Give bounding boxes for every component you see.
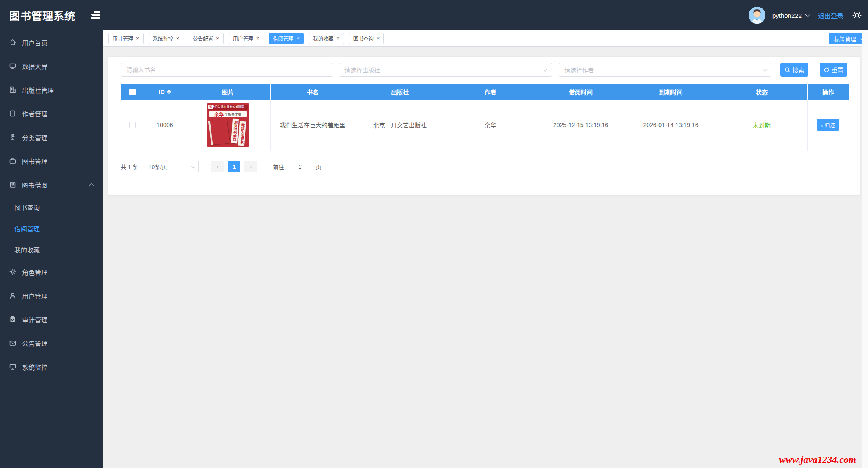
- sidebar: 用户首页 数据大屏 出版社管理 作者管理 分类管理 图书管理 图: [0, 30, 103, 468]
- close-icon[interactable]: ×: [136, 36, 139, 41]
- tab-bar: 审计管理 × 系统监控 × 公告配置 × 用户管理 × 借阅管理 × 我的收藏 …: [103, 30, 868, 47]
- tab-user-mgmt[interactable]: 用户管理 ×: [229, 33, 264, 44]
- content-card: 请选择出版社 请选择作者 搜索 重置: [108, 57, 860, 195]
- watermark-text: www.java1234.com: [779, 454, 856, 465]
- scrollbar-track[interactable]: [862, 30, 868, 468]
- user-icon: [8, 291, 17, 300]
- prev-page-button[interactable]: ‹: [211, 161, 224, 172]
- cell-due-time: 2026-01-14 13:19:16: [626, 100, 716, 151]
- tab-book-query[interactable]: 图书查询 ×: [349, 33, 384, 44]
- publisher-select[interactable]: 请选择出版社: [339, 63, 552, 77]
- cover-author-text: 余华: [214, 111, 224, 117]
- sidebar-item-label: 系统监控: [22, 363, 47, 371]
- sidebar-item-role-mgmt[interactable]: 角色管理: [0, 260, 103, 284]
- total-count-label: 共 1 条: [121, 163, 138, 171]
- search-button[interactable]: 搜索: [780, 63, 808, 77]
- cell-id: 10006: [144, 100, 186, 151]
- header-status: 状态: [716, 84, 807, 100]
- suitcase-icon: [8, 157, 17, 165]
- sidebar-item-label: 出版社管理: [22, 86, 54, 94]
- collapse-menu-icon[interactable]: [91, 11, 100, 19]
- header-id[interactable]: ID: [144, 84, 186, 100]
- main-area: 审计管理 × 系统监控 × 公告配置 × 用户管理 × 借阅管理 × 我的收藏 …: [103, 30, 868, 468]
- cover-logo: 当: [208, 105, 213, 109]
- sidebar-item-book-mgmt[interactable]: 图书管理: [0, 149, 103, 173]
- goto-page-input[interactable]: [288, 161, 311, 172]
- sidebar-subitem-book-query[interactable]: 图书查询: [0, 197, 103, 218]
- sidebar-item-user-home[interactable]: 用户首页: [0, 30, 103, 54]
- tab-label: 图书查询: [353, 35, 374, 42]
- sidebar-item-audit-mgmt[interactable]: 审计管理: [0, 307, 103, 331]
- user-menu[interactable]: python222: [772, 12, 809, 19]
- cell-actions: ‹ 归还: [807, 100, 849, 151]
- return-button[interactable]: ‹ 归还: [817, 119, 839, 131]
- chevron-down-icon: [543, 67, 547, 72]
- tab-label: 系统监控: [153, 35, 173, 42]
- sort-icon[interactable]: [167, 89, 171, 95]
- sidebar-item-label: 分类管理: [22, 133, 47, 142]
- goto-label: 前往: [273, 163, 284, 171]
- settings-gear-icon[interactable]: [852, 10, 862, 20]
- search-button-label: 搜索: [793, 66, 804, 74]
- close-icon[interactable]: ×: [336, 36, 340, 41]
- publisher-select-placeholder: 请选择出版社: [344, 66, 380, 74]
- header-publisher: 出版社: [355, 84, 445, 100]
- header-due-time: 到期时间: [626, 84, 716, 100]
- sidebar-subitem-borrow-mgmt[interactable]: 借阅管理: [0, 218, 103, 239]
- tab-system-monitor[interactable]: 系统监控 ×: [149, 33, 184, 44]
- row-checkbox[interactable]: [129, 122, 136, 128]
- tab-borrow-mgmt[interactable]: 借阅管理 ×: [269, 33, 304, 44]
- avatar[interactable]: [749, 7, 765, 24]
- tab-label: 我的收藏: [313, 35, 333, 42]
- envelope-icon: [8, 339, 17, 347]
- tab-audit-mgmt[interactable]: 审计管理 ×: [108, 33, 144, 44]
- sidebar-item-publisher-mgmt[interactable]: 出版社管理: [0, 78, 103, 102]
- cell-borrow-time: 2025-12-15 13:19:16: [536, 100, 626, 151]
- page-size-label: 10条/页: [148, 163, 167, 171]
- sidebar-item-data-screen[interactable]: 数据大屏: [0, 54, 103, 78]
- header-borrow-time: 借阅时间: [536, 84, 626, 100]
- sidebar-item-notice-mgmt[interactable]: 公告管理: [0, 331, 103, 355]
- table-header-row: ID 图片 书名 出版社 作者 借阅时间 到期时间 状态 操作: [121, 84, 849, 100]
- close-icon[interactable]: ×: [296, 36, 300, 41]
- select-all-checkbox[interactable]: [129, 89, 136, 95]
- close-icon[interactable]: ×: [256, 36, 260, 41]
- sidebar-subitem-my-favorites[interactable]: 我的收藏: [0, 239, 103, 260]
- sidebar-item-system-monitor[interactable]: 系统监控: [0, 355, 103, 379]
- tab-my-favorites[interactable]: 我的收藏 ×: [309, 33, 344, 44]
- sidebar-item-category-mgmt[interactable]: 分类管理: [0, 125, 103, 149]
- refresh-icon: [824, 67, 829, 73]
- book-borrow-icon: [8, 180, 17, 189]
- reset-button-label: 重置: [832, 66, 843, 74]
- close-icon[interactable]: ×: [176, 36, 180, 41]
- sidebar-item-label: 图书查询: [14, 203, 40, 212]
- clipboard-check-icon: [8, 315, 17, 324]
- app-title: 图书管理系统: [9, 0, 75, 30]
- page-1-button[interactable]: 1: [228, 161, 240, 172]
- book-name-input[interactable]: [121, 63, 333, 77]
- tag-manage-label: 标签管理: [834, 35, 856, 43]
- page-unit-label: 页: [316, 163, 321, 171]
- tab-label: 公告配置: [193, 35, 213, 42]
- close-icon[interactable]: ×: [216, 36, 219, 41]
- book-cover-image[interactable]: 我们生活在巨大的差距里 当 余华 全新杂文集 洞见时代病灶 瞰穿生活表象: [207, 103, 249, 147]
- sidebar-item-label: 用户首页: [22, 38, 47, 47]
- category-icon: [8, 133, 17, 141]
- tab-label: 借阅管理: [273, 35, 293, 42]
- monitor-icon: [8, 363, 17, 371]
- logout-link[interactable]: 退出登录: [818, 11, 843, 20]
- page-size-select[interactable]: 10条/页: [144, 161, 199, 172]
- reset-button[interactable]: 重置: [820, 63, 847, 77]
- cell-status: 未到期: [716, 100, 807, 151]
- header-actions: 操作: [807, 84, 849, 100]
- sidebar-item-label: 图书借阅: [22, 180, 47, 189]
- author-select[interactable]: 请选择作者: [559, 63, 771, 77]
- sidebar-item-author-mgmt[interactable]: 作者管理: [0, 102, 103, 125]
- close-icon[interactable]: ×: [377, 36, 380, 41]
- sidebar-item-label: 公告管理: [22, 339, 47, 348]
- arrow-left-icon: ‹: [821, 122, 823, 128]
- next-page-button[interactable]: ›: [244, 161, 257, 172]
- tab-notice-config[interactable]: 公告配置 ×: [189, 33, 224, 44]
- sidebar-item-book-borrow[interactable]: 图书借阅: [0, 173, 103, 197]
- sidebar-item-user-mgmt[interactable]: 用户管理: [0, 284, 103, 307]
